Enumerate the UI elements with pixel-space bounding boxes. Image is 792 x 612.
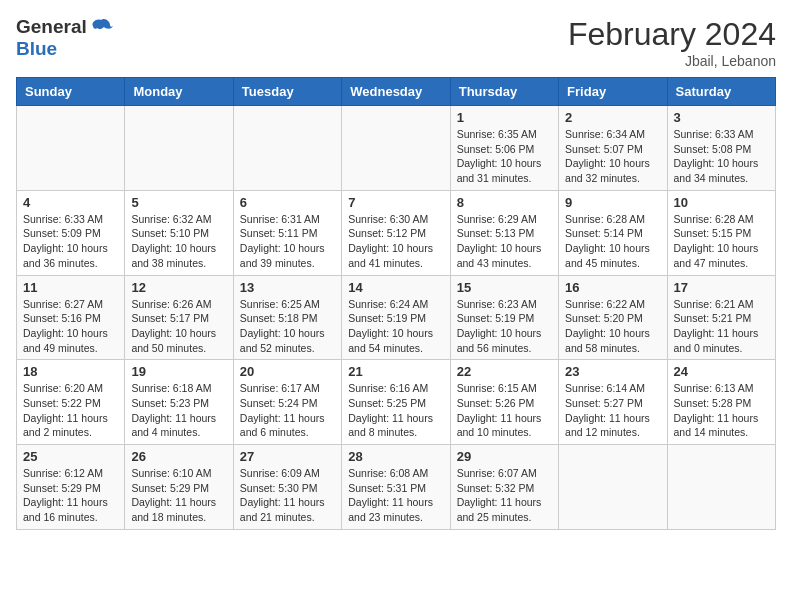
day-number: 19: [131, 364, 226, 379]
day-info: Sunrise: 6:27 AM Sunset: 5:16 PM Dayligh…: [23, 297, 118, 356]
day-info: Sunrise: 6:29 AM Sunset: 5:13 PM Dayligh…: [457, 212, 552, 271]
day-number: 1: [457, 110, 552, 125]
day-number: 11: [23, 280, 118, 295]
day-number: 21: [348, 364, 443, 379]
calendar-cell: 19Sunrise: 6:18 AM Sunset: 5:23 PM Dayli…: [125, 360, 233, 445]
calendar-cell: 2Sunrise: 6:34 AM Sunset: 5:07 PM Daylig…: [559, 106, 667, 191]
day-info: Sunrise: 6:15 AM Sunset: 5:26 PM Dayligh…: [457, 381, 552, 440]
weekday-header-sunday: Sunday: [17, 78, 125, 106]
day-number: 25: [23, 449, 118, 464]
weekday-header-thursday: Thursday: [450, 78, 558, 106]
calendar-cell: 18Sunrise: 6:20 AM Sunset: 5:22 PM Dayli…: [17, 360, 125, 445]
day-number: 17: [674, 280, 769, 295]
day-info: Sunrise: 6:07 AM Sunset: 5:32 PM Dayligh…: [457, 466, 552, 525]
day-info: Sunrise: 6:33 AM Sunset: 5:09 PM Dayligh…: [23, 212, 118, 271]
day-number: 20: [240, 364, 335, 379]
day-info: Sunrise: 6:33 AM Sunset: 5:08 PM Dayligh…: [674, 127, 769, 186]
logo: General Blue: [16, 16, 113, 60]
day-number: 7: [348, 195, 443, 210]
calendar-cell: 27Sunrise: 6:09 AM Sunset: 5:30 PM Dayli…: [233, 445, 341, 530]
day-number: 4: [23, 195, 118, 210]
day-info: Sunrise: 6:10 AM Sunset: 5:29 PM Dayligh…: [131, 466, 226, 525]
day-number: 8: [457, 195, 552, 210]
calendar-week-5: 25Sunrise: 6:12 AM Sunset: 5:29 PM Dayli…: [17, 445, 776, 530]
day-number: 5: [131, 195, 226, 210]
day-number: 22: [457, 364, 552, 379]
calendar-cell: 9Sunrise: 6:28 AM Sunset: 5:14 PM Daylig…: [559, 190, 667, 275]
calendar-week-3: 11Sunrise: 6:27 AM Sunset: 5:16 PM Dayli…: [17, 275, 776, 360]
calendar-cell: 16Sunrise: 6:22 AM Sunset: 5:20 PM Dayli…: [559, 275, 667, 360]
calendar-cell: 17Sunrise: 6:21 AM Sunset: 5:21 PM Dayli…: [667, 275, 775, 360]
day-number: 28: [348, 449, 443, 464]
title-section: February 2024 Jbail, Lebanon: [568, 16, 776, 69]
calendar-cell: [17, 106, 125, 191]
calendar-cell: 4Sunrise: 6:33 AM Sunset: 5:09 PM Daylig…: [17, 190, 125, 275]
day-info: Sunrise: 6:17 AM Sunset: 5:24 PM Dayligh…: [240, 381, 335, 440]
day-info: Sunrise: 6:23 AM Sunset: 5:19 PM Dayligh…: [457, 297, 552, 356]
day-number: 13: [240, 280, 335, 295]
day-info: Sunrise: 6:28 AM Sunset: 5:14 PM Dayligh…: [565, 212, 660, 271]
calendar-header-row: SundayMondayTuesdayWednesdayThursdayFrid…: [17, 78, 776, 106]
calendar-cell: 8Sunrise: 6:29 AM Sunset: 5:13 PM Daylig…: [450, 190, 558, 275]
calendar-cell: 15Sunrise: 6:23 AM Sunset: 5:19 PM Dayli…: [450, 275, 558, 360]
day-info: Sunrise: 6:24 AM Sunset: 5:19 PM Dayligh…: [348, 297, 443, 356]
day-info: Sunrise: 6:08 AM Sunset: 5:31 PM Dayligh…: [348, 466, 443, 525]
day-number: 14: [348, 280, 443, 295]
calendar-cell: 25Sunrise: 6:12 AM Sunset: 5:29 PM Dayli…: [17, 445, 125, 530]
calendar-cell: 29Sunrise: 6:07 AM Sunset: 5:32 PM Dayli…: [450, 445, 558, 530]
calendar-cell: 5Sunrise: 6:32 AM Sunset: 5:10 PM Daylig…: [125, 190, 233, 275]
calendar-week-4: 18Sunrise: 6:20 AM Sunset: 5:22 PM Dayli…: [17, 360, 776, 445]
calendar-cell: 10Sunrise: 6:28 AM Sunset: 5:15 PM Dayli…: [667, 190, 775, 275]
day-number: 29: [457, 449, 552, 464]
day-info: Sunrise: 6:35 AM Sunset: 5:06 PM Dayligh…: [457, 127, 552, 186]
day-number: 9: [565, 195, 660, 210]
calendar-cell: 14Sunrise: 6:24 AM Sunset: 5:19 PM Dayli…: [342, 275, 450, 360]
calendar-cell: [125, 106, 233, 191]
day-info: Sunrise: 6:34 AM Sunset: 5:07 PM Dayligh…: [565, 127, 660, 186]
calendar-cell: [559, 445, 667, 530]
weekday-header-tuesday: Tuesday: [233, 78, 341, 106]
day-info: Sunrise: 6:31 AM Sunset: 5:11 PM Dayligh…: [240, 212, 335, 271]
day-number: 12: [131, 280, 226, 295]
day-number: 15: [457, 280, 552, 295]
weekday-header-saturday: Saturday: [667, 78, 775, 106]
logo-bird-icon: [91, 18, 113, 36]
day-info: Sunrise: 6:30 AM Sunset: 5:12 PM Dayligh…: [348, 212, 443, 271]
calendar-cell: 20Sunrise: 6:17 AM Sunset: 5:24 PM Dayli…: [233, 360, 341, 445]
day-info: Sunrise: 6:13 AM Sunset: 5:28 PM Dayligh…: [674, 381, 769, 440]
weekday-header-friday: Friday: [559, 78, 667, 106]
day-number: 10: [674, 195, 769, 210]
calendar-cell: 24Sunrise: 6:13 AM Sunset: 5:28 PM Dayli…: [667, 360, 775, 445]
calendar-cell: 1Sunrise: 6:35 AM Sunset: 5:06 PM Daylig…: [450, 106, 558, 191]
calendar-cell: 7Sunrise: 6:30 AM Sunset: 5:12 PM Daylig…: [342, 190, 450, 275]
calendar-cell: 13Sunrise: 6:25 AM Sunset: 5:18 PM Dayli…: [233, 275, 341, 360]
logo-general-text: General: [16, 16, 87, 38]
calendar-cell: [667, 445, 775, 530]
calendar-cell: 28Sunrise: 6:08 AM Sunset: 5:31 PM Dayli…: [342, 445, 450, 530]
day-info: Sunrise: 6:12 AM Sunset: 5:29 PM Dayligh…: [23, 466, 118, 525]
calendar-table: SundayMondayTuesdayWednesdayThursdayFrid…: [16, 77, 776, 530]
logo-blue-text: Blue: [16, 38, 57, 60]
day-info: Sunrise: 6:32 AM Sunset: 5:10 PM Dayligh…: [131, 212, 226, 271]
weekday-header-monday: Monday: [125, 78, 233, 106]
calendar-cell: [342, 106, 450, 191]
calendar-cell: 3Sunrise: 6:33 AM Sunset: 5:08 PM Daylig…: [667, 106, 775, 191]
day-info: Sunrise: 6:09 AM Sunset: 5:30 PM Dayligh…: [240, 466, 335, 525]
day-info: Sunrise: 6:28 AM Sunset: 5:15 PM Dayligh…: [674, 212, 769, 271]
calendar-cell: 22Sunrise: 6:15 AM Sunset: 5:26 PM Dayli…: [450, 360, 558, 445]
day-number: 26: [131, 449, 226, 464]
day-info: Sunrise: 6:25 AM Sunset: 5:18 PM Dayligh…: [240, 297, 335, 356]
day-info: Sunrise: 6:22 AM Sunset: 5:20 PM Dayligh…: [565, 297, 660, 356]
page-header: General Blue February 2024 Jbail, Lebano…: [16, 16, 776, 69]
calendar-cell: [233, 106, 341, 191]
day-info: Sunrise: 6:26 AM Sunset: 5:17 PM Dayligh…: [131, 297, 226, 356]
day-info: Sunrise: 6:16 AM Sunset: 5:25 PM Dayligh…: [348, 381, 443, 440]
day-number: 16: [565, 280, 660, 295]
day-number: 2: [565, 110, 660, 125]
calendar-cell: 21Sunrise: 6:16 AM Sunset: 5:25 PM Dayli…: [342, 360, 450, 445]
day-info: Sunrise: 6:20 AM Sunset: 5:22 PM Dayligh…: [23, 381, 118, 440]
calendar-cell: 26Sunrise: 6:10 AM Sunset: 5:29 PM Dayli…: [125, 445, 233, 530]
day-number: 23: [565, 364, 660, 379]
day-number: 27: [240, 449, 335, 464]
day-number: 3: [674, 110, 769, 125]
